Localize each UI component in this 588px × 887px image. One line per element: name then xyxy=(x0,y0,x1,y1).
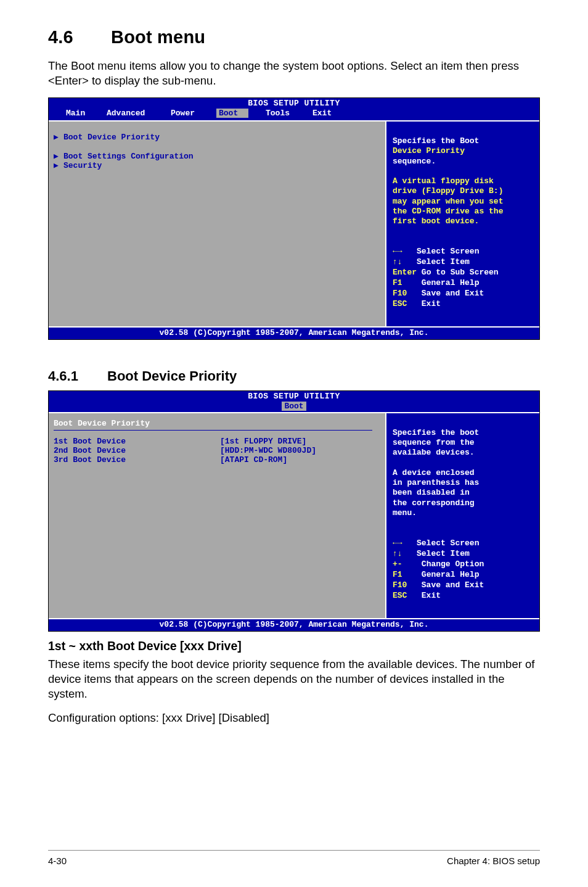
bios-left-pane: ▶Boot Device Priority ▶Boot Settings Con… xyxy=(49,122,385,326)
boot-device-row-3[interactable]: 3rd Boot Device[ATAPI CD-ROM] xyxy=(54,455,379,464)
menu-label: Boot Device Priority xyxy=(63,133,160,141)
menu-label: Security xyxy=(63,162,102,170)
item-description: These items specify the boot device prio… xyxy=(48,657,540,702)
nav-hints: ←→ Select Screen ↑↓ Select Item Enter Go… xyxy=(393,237,534,320)
page-number: 4-30 xyxy=(48,856,67,866)
boot-device-row-2[interactable]: 2nd Boot Device[HDD:PM-WDC WD800JD] xyxy=(54,446,379,455)
subsection-heading: 4.6.1Boot Device Priority xyxy=(48,368,540,384)
submenu-arrow-icon: ▶ xyxy=(54,162,63,170)
row-value: [1st FLOPPY DRIVE] xyxy=(220,437,306,445)
bios-title: BIOS SETUP UTILITY xyxy=(49,391,539,402)
submenu-arrow-icon: ▶ xyxy=(54,152,63,160)
boot-device-row-1[interactable]: 1st Boot Device[1st FLOPPY DRIVE] xyxy=(54,437,379,446)
row-label: 3rd Boot Device xyxy=(54,456,220,464)
section-number: 4.6 xyxy=(48,27,73,47)
tab-exit[interactable]: Exit xyxy=(310,109,334,118)
row-value: [HDD:PM-WDC WD800JD] xyxy=(220,447,316,455)
item-heading: 1st ~ xxth Boot Device [xxx Drive] xyxy=(48,639,540,653)
tab-power[interactable]: Power xyxy=(168,109,216,118)
menu-item-security[interactable]: ▶Security xyxy=(54,161,379,170)
tab-tools[interactable]: Tools xyxy=(263,109,310,118)
row-label: 2nd Boot Device xyxy=(54,447,220,455)
menu-item-boot-device-priority[interactable]: ▶Boot Device Priority xyxy=(54,133,379,142)
tab-boot[interactable]: Boot xyxy=(216,109,248,118)
subsection-number: 4.6.1 xyxy=(48,368,78,384)
nav-hints: ←→ Select Screen ↑↓ Select Item +- Chang… xyxy=(393,528,534,611)
bios-menubar: Main Advanced Power Boot Tools Exit xyxy=(49,109,539,120)
pane-heading: Boot Device Priority xyxy=(54,419,379,429)
tab-main[interactable]: Main xyxy=(63,109,104,118)
page-footer: 4-30 Chapter 4: BIOS setup xyxy=(48,850,540,866)
item-config-options: Configuration options: [xxx Drive] [Disa… xyxy=(48,711,540,725)
row-value: [ATAPI CD-ROM] xyxy=(220,456,287,464)
menu-item-boot-settings-config[interactable]: ▶Boot Settings Configuration xyxy=(54,152,379,161)
section-title-text: Boot menu xyxy=(111,27,205,47)
bios-copyright: v02.58 (C)Copyright 1985-2007, American … xyxy=(49,618,539,631)
bios-left-pane: Boot Device Priority 1st Boot Device[1st… xyxy=(49,413,385,618)
bios-help-pane: Specifies the Boot Device Priority seque… xyxy=(385,122,539,326)
divider xyxy=(54,430,372,431)
subsection-title-text: Boot Device Priority xyxy=(107,368,237,384)
bios-screenshot-boot-device-priority: BIOS SETUP UTILITY Boot Boot Device Prio… xyxy=(48,390,540,632)
section-intro: The Boot menu items allow you to change … xyxy=(48,59,540,89)
section-heading: 4.6Boot menu xyxy=(48,27,540,47)
bios-screenshot-boot-menu: BIOS SETUP UTILITY Main Advanced Power B… xyxy=(48,97,540,340)
help-text: Specifies the Boot Device Priority seque… xyxy=(393,126,534,237)
tab-boot[interactable]: Boot xyxy=(282,402,306,411)
chapter-label: Chapter 4: BIOS setup xyxy=(447,856,540,866)
submenu-arrow-icon: ▶ xyxy=(54,133,63,141)
help-text: Specifies the boot sequence from the ava… xyxy=(393,418,534,529)
bios-help-pane: Specifies the boot sequence from the ava… xyxy=(385,413,539,618)
bios-copyright: v02.58 (C)Copyright 1985-2007, American … xyxy=(49,326,539,339)
bios-menubar: Boot xyxy=(49,402,539,412)
menu-label: Boot Settings Configuration xyxy=(63,152,194,160)
tab-advanced[interactable]: Advanced xyxy=(104,109,168,118)
bios-title: BIOS SETUP UTILITY xyxy=(49,98,539,109)
row-label: 1st Boot Device xyxy=(54,437,220,445)
